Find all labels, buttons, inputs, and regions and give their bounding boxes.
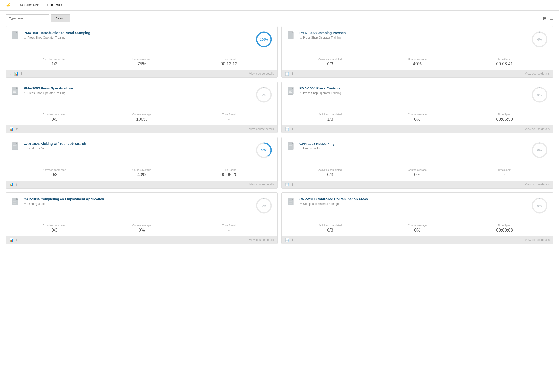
stat-time: Time Spent -: [185, 113, 272, 122]
list-view-icon[interactable]: ☰: [550, 16, 553, 21]
course-card: CAR-1001 Kicking Off Your Job Search 🗀 L…: [6, 137, 278, 188]
time-label: Time Spent: [185, 113, 272, 116]
course-doc-icon: [11, 142, 20, 151]
share-icon[interactable]: ⬆: [15, 127, 18, 131]
view-course-details-link[interactable]: View course details: [525, 238, 550, 241]
course-title: PMA-1002 Stamping Presses: [299, 31, 548, 35]
average-value: 75%: [98, 62, 185, 66]
card-stats: Activities completed 0/3 Course average …: [282, 166, 553, 181]
view-course-details-link[interactable]: View course details: [525, 183, 550, 186]
activities-label: Activities completed: [287, 58, 374, 61]
bar-chart-icon[interactable]: 📊: [14, 72, 18, 76]
card-body: PMA-1004 Press Controls 🗀 Press Shop Ope…: [282, 82, 553, 111]
course-doc-icon: [11, 86, 20, 96]
svg-rect-37: [289, 145, 292, 146]
course-doc-icon: [287, 86, 296, 96]
footer-icons: 📊 ⬆: [9, 183, 18, 187]
card-body: CAR-1003 Networking 🗀 Landing a Job 0%: [282, 137, 553, 166]
bar-chart-icon[interactable]: 📊: [285, 183, 289, 187]
view-course-details-link[interactable]: View course details: [249, 183, 274, 186]
card-footer: 📊 ⬆ View course details: [6, 236, 277, 244]
course-category: 🗀 Landing a Job: [24, 202, 272, 205]
svg-rect-53: [289, 203, 292, 204]
bar-chart-icon[interactable]: 📊: [9, 238, 13, 242]
bar-chart-icon[interactable]: 📊: [285, 72, 289, 76]
check-icon[interactable]: ✓: [9, 72, 12, 76]
view-course-details-link[interactable]: View course details: [249, 127, 274, 131]
course-card: PMA-1003 Press Specifications 🗀 Press Sh…: [6, 81, 278, 133]
activities-value: 0/3: [287, 228, 374, 233]
folder-icon: 🗀: [299, 92, 302, 95]
average-label: Course average: [374, 113, 461, 116]
stat-time: Time Spent -: [185, 224, 272, 233]
progress-circle: 40%: [255, 142, 272, 159]
card-stats: Activities completed 0/3 Course average …: [6, 166, 277, 181]
card-info: CMP-2011 Controlled Contamination Areas …: [299, 197, 548, 205]
footer-icons: 📊 ⬆: [285, 72, 294, 76]
svg-rect-30: [13, 145, 16, 146]
progress-circle: 0%: [531, 31, 548, 48]
time-label: Time Spent: [461, 169, 548, 171]
view-course-details-link[interactable]: View course details: [525, 72, 550, 75]
share-icon[interactable]: ⬆: [20, 72, 23, 76]
stat-average: Course average 0%: [374, 224, 461, 233]
category-label: Landing a Job: [303, 147, 321, 150]
average-label: Course average: [98, 169, 185, 171]
top-nav: ⚡ DASHBOARD COURSES: [0, 0, 559, 10]
footer-icons: 📊 ⬆: [285, 127, 294, 131]
activities-value: 0/3: [287, 62, 374, 66]
stat-average: Course average 0%: [98, 224, 185, 233]
bar-chart-icon[interactable]: 📊: [9, 127, 13, 131]
average-value: 40%: [374, 62, 461, 66]
course-category: 🗀 Landing a Job: [24, 147, 272, 150]
logo-icon: ⚡: [6, 3, 11, 8]
share-icon[interactable]: ⬆: [291, 238, 294, 242]
nav-courses[interactable]: COURSES: [44, 0, 67, 10]
course-card: PMA-1001 Introduction to Metal Stamping …: [6, 26, 278, 78]
average-value: 0%: [98, 228, 185, 233]
bar-chart-icon[interactable]: 📊: [285, 238, 289, 242]
card-info: CAR-1001 Kicking Off Your Job Search 🗀 L…: [24, 142, 272, 150]
share-icon[interactable]: ⬆: [291, 183, 294, 187]
view-course-details-link[interactable]: View course details: [249, 238, 274, 241]
average-value: 0%: [374, 117, 461, 122]
course-doc-icon: [287, 197, 296, 206]
share-icon[interactable]: ⬆: [291, 127, 294, 131]
card-footer: 📊 ⬆ View course details: [282, 236, 553, 244]
progress-circle: 0%: [255, 86, 272, 103]
stat-activities: Activities completed 0/3: [287, 224, 374, 233]
search-input[interactable]: [6, 14, 49, 22]
view-course-details-link[interactable]: View course details: [525, 127, 550, 131]
folder-icon: 🗀: [24, 36, 26, 39]
grid-view-icon[interactable]: ⊞: [543, 16, 547, 21]
course-doc-icon: [287, 142, 296, 151]
nav-dashboard[interactable]: DASHBOARD: [15, 0, 44, 10]
svg-rect-3: [13, 36, 16, 36]
folder-icon: 🗀: [24, 203, 26, 205]
stat-activities: Activities completed 0/3: [287, 58, 374, 66]
course-card: PMA-1002 Stamping Presses 🗀 Press Shop O…: [281, 26, 553, 78]
activities-label: Activities completed: [287, 224, 374, 227]
course-card: PMA-1004 Press Controls 🗀 Press Shop Ope…: [281, 81, 553, 133]
share-icon[interactable]: ⬆: [15, 238, 18, 242]
card-footer: 📊 ⬆ View course details: [282, 70, 553, 78]
card-footer: 📊 ⬆ View course details: [282, 125, 553, 133]
bar-chart-icon[interactable]: 📊: [9, 183, 13, 187]
card-info: PMA-1002 Stamping Presses 🗀 Press Shop O…: [299, 31, 548, 39]
course-title: PMA-1004 Press Controls: [299, 86, 548, 90]
svg-rect-4: [13, 37, 16, 37]
course-category: 🗀 Composite Material Storage: [299, 202, 548, 205]
activities-label: Activities completed: [287, 113, 374, 116]
share-icon[interactable]: ⬆: [291, 72, 294, 76]
folder-icon: 🗀: [24, 92, 26, 95]
share-icon[interactable]: ⬆: [15, 183, 18, 187]
view-course-details-link[interactable]: View course details: [249, 72, 274, 75]
search-button[interactable]: Search: [51, 14, 70, 22]
time-label: Time Spent: [185, 169, 272, 171]
bar-chart-icon[interactable]: 📊: [285, 127, 289, 131]
time-label: Time Spent: [185, 224, 272, 227]
footer-icons: 📊 ⬆: [9, 238, 18, 242]
svg-rect-52: [289, 202, 291, 203]
card-info: CAR-1004 Completing an Employment Applic…: [24, 197, 272, 205]
footer-icons: 📊 ⬆: [285, 238, 294, 242]
